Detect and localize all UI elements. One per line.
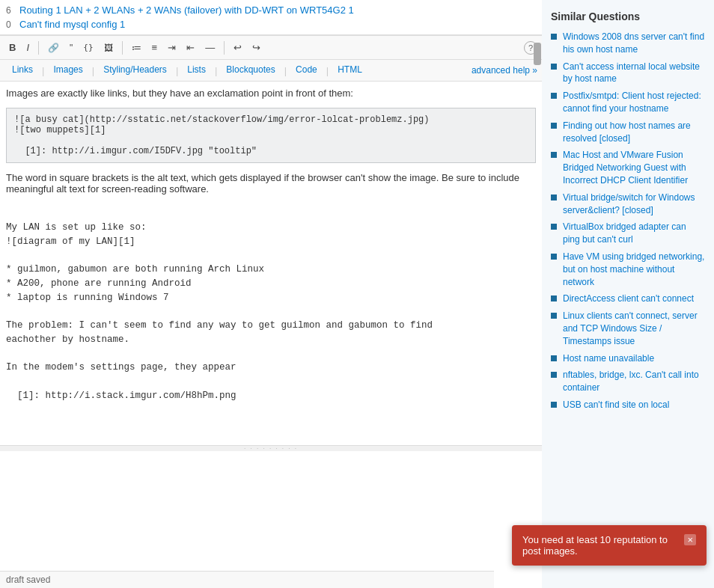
similar-question-link[interactable]: Virtual bridge/switch for Windows server…	[563, 192, 705, 217]
tab-lists[interactable]: Lists	[180, 60, 213, 81]
main-editor[interactable]	[0, 200, 542, 440]
similar-question-link[interactable]: Mac Host and VMware Fusion Bridged Netwo…	[563, 149, 705, 186]
similar-question-link[interactable]: Have VM using bridged networking, but on…	[563, 251, 705, 288]
draft-saved-bar: draft saved	[0, 571, 494, 588]
bullet-icon	[551, 355, 557, 361]
editor-toolbar: B I 🔗 " {} 🖼 ≔ ≡ ⇥ ⇤ — ↩ ↪ ?	[0, 35, 542, 60]
similar-question-link[interactable]: VirtualBox bridged adapter can ping but …	[563, 221, 705, 246]
list-item: Have VM using bridged networking, but on…	[542, 248, 714, 290]
bullet-icon	[551, 195, 557, 200]
similar-question-link[interactable]: USB can't find site on local	[563, 399, 669, 411]
code-button[interactable]: {}	[79, 40, 97, 55]
indent-button[interactable]: ⇥	[163, 39, 180, 56]
toast-close-button[interactable]: ×	[684, 534, 696, 545]
tab-links[interactable]: Links	[4, 60, 40, 81]
content-description: Images are exactly like links, but they …	[0, 82, 542, 103]
similar-question-link[interactable]: nftables, bridge, lxc. Can't call into c…	[563, 369, 705, 394]
similar-question-link[interactable]: Windows 2008 dns server can't find his o…	[563, 31, 705, 56]
bullet-icon	[551, 402, 557, 408]
ordered-list-button[interactable]: ≔	[127, 39, 146, 56]
advanced-help-link[interactable]: advanced help »	[472, 65, 537, 76]
image-button[interactable]: 🖼	[100, 40, 118, 56]
link-button[interactable]: 🔗	[43, 40, 64, 56]
outdent-button[interactable]: ⇤	[182, 39, 199, 56]
list-item: 0 Can't find mysql config 1	[6, 17, 536, 31]
italic-button[interactable]: I	[22, 39, 34, 56]
bullet-icon	[551, 152, 557, 158]
toolbar-separator-2	[122, 41, 123, 55]
bullet-icon	[551, 372, 557, 378]
list-item: Linux clients can't connect, server and …	[542, 307, 714, 349]
format-tabs: Links | Images | Styling/Headers | Lists…	[0, 60, 542, 82]
similar-question-link[interactable]: Can't access internal local website by h…	[563, 61, 705, 86]
toast-message: You need at least 10 reputation to post …	[522, 534, 678, 557]
list-item: nftables, bridge, lxc. Can't call into c…	[542, 367, 714, 396]
similar-question-link[interactable]: Linux clients can't connect, server and …	[563, 310, 705, 347]
editor-wrapper	[0, 197, 542, 445]
item-number: 0	[6, 19, 15, 30]
scrollbar-thumb[interactable]	[534, 43, 541, 65]
tab-blockquotes[interactable]: Blockquotes	[219, 60, 282, 81]
sidebar-title: Similar Questions	[542, 6, 714, 28]
list-item: Host name unavailable	[542, 350, 714, 367]
similar-question-link[interactable]: Host name unavailable	[563, 352, 654, 365]
list-item: Mac Host and VMware Fusion Bridged Netwo…	[542, 147, 714, 189]
tab-html[interactable]: HTML	[330, 60, 370, 81]
editor-resize-handle[interactable]: · · · · · · · · ·	[0, 445, 542, 451]
similar-questions-sidebar: Similar Questions Windows 2008 dns serve…	[542, 0, 714, 588]
list-item: Finding out how host names are resolved …	[542, 117, 714, 147]
bold-button[interactable]: B	[4, 39, 20, 56]
unordered-list-button[interactable]: ≡	[147, 39, 162, 56]
hr-button[interactable]: —	[201, 39, 219, 56]
list-item: Virtual bridge/switch for Windows server…	[542, 189, 714, 219]
bullet-icon	[551, 123, 557, 129]
question-link-1[interactable]: Routing 1 LAN + 2 WLANs + 2 WANs (failov…	[19, 4, 354, 16]
similar-question-link[interactable]: Finding out how host names are resolved …	[563, 120, 705, 145]
recent-questions-list: 6 Routing 1 LAN + 2 WLANs + 2 WANs (fail…	[0, 0, 542, 35]
list-item: DirectAccess client can't connect	[542, 290, 714, 307]
similar-question-link[interactable]: DirectAccess client can't connect	[563, 293, 694, 305]
undo-button[interactable]: ↩	[229, 39, 246, 56]
code-example: ![a busy cat](http://sstatic.net/stackov…	[6, 108, 536, 163]
bullet-icon	[551, 224, 557, 230]
blockquote-button[interactable]: "	[65, 40, 77, 56]
item-number: 6	[6, 5, 15, 16]
bullet-icon	[551, 313, 557, 319]
tab-images[interactable]: Images	[46, 60, 90, 81]
tab-code[interactable]: Code	[288, 60, 325, 81]
bullet-icon	[551, 254, 557, 260]
toolbar-separator-3	[224, 41, 225, 55]
alt-text-description: The word in square brackets is the alt t…	[0, 168, 542, 197]
similar-questions-list: Windows 2008 dns server can't find his o…	[542, 28, 714, 414]
list-item: Postfix/smtpd: Client host rejected: can…	[542, 88, 714, 117]
bullet-icon	[551, 93, 557, 99]
question-link-2[interactable]: Can't find mysql config 1	[19, 19, 125, 30]
list-item: Windows 2008 dns server can't find his o…	[542, 28, 714, 58]
list-item: USB can't find site on local	[542, 396, 714, 414]
similar-question-link[interactable]: Postfix/smtpd: Client host rejected: can…	[563, 90, 705, 115]
draft-saved-text: draft saved	[6, 575, 50, 585]
redo-button[interactable]: ↪	[248, 39, 265, 56]
list-item: VirtualBox bridged adapter can ping but …	[542, 218, 714, 248]
toast-notification: You need at least 10 reputation to post …	[512, 525, 707, 566]
list-item: 6 Routing 1 LAN + 2 WLANs + 2 WANs (fail…	[6, 3, 536, 17]
bullet-icon	[551, 64, 557, 70]
bullet-icon	[551, 34, 557, 40]
tab-styling-headers[interactable]: Styling/Headers	[96, 60, 174, 81]
list-item: Can't access internal local website by h…	[542, 58, 714, 88]
toolbar-separator	[38, 41, 39, 55]
bullet-icon	[551, 295, 557, 301]
